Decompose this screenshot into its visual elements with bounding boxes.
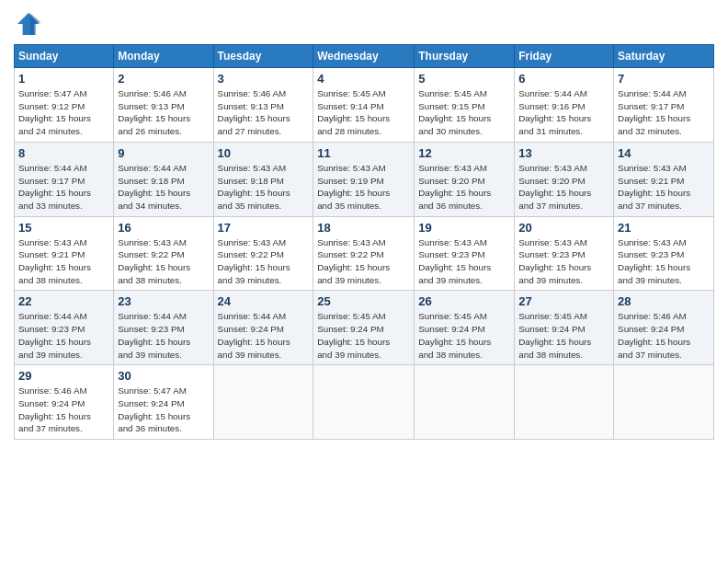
day-info: Sunrise: 5:44 AMSunset: 9:17 PMDaylight:… [18, 162, 109, 213]
day-number: 11 [317, 146, 410, 160]
day-number: 17 [218, 221, 310, 235]
day-number: 2 [118, 72, 209, 86]
calendar-cell: 25Sunrise: 5:45 AMSunset: 9:24 PMDayligh… [313, 291, 415, 365]
day-info: Sunrise: 5:44 AMSunset: 9:24 PMDaylight:… [218, 310, 310, 361]
day-info: Sunrise: 5:46 AMSunset: 9:13 PMDaylight:… [218, 87, 310, 138]
day-info: Sunrise: 5:45 AMSunset: 9:15 PMDaylight:… [418, 87, 510, 138]
day-number: 27 [518, 294, 609, 308]
day-info: Sunrise: 5:43 AMSunset: 9:22 PMDaylight:… [317, 236, 410, 287]
page: SundayMondayTuesdayWednesdayThursdayFrid… [0, 0, 728, 563]
calendar-cell: 8Sunrise: 5:44 AMSunset: 9:17 PMDaylight… [15, 142, 114, 216]
day-info: Sunrise: 5:46 AMSunset: 9:24 PMDaylight:… [618, 310, 710, 361]
day-number: 28 [618, 294, 710, 308]
day-number: 5 [418, 72, 510, 86]
weekday-header-monday: Monday [114, 45, 213, 68]
day-info: Sunrise: 5:44 AMSunset: 9:16 PMDaylight:… [518, 87, 609, 138]
header [14, 9, 714, 39]
day-number: 24 [218, 294, 310, 308]
day-info: Sunrise: 5:43 AMSunset: 9:22 PMDaylight:… [218, 236, 310, 287]
day-info: Sunrise: 5:45 AMSunset: 9:24 PMDaylight:… [317, 310, 410, 361]
day-number: 13 [518, 146, 609, 160]
calendar-cell [313, 365, 415, 440]
day-info: Sunrise: 5:46 AMSunset: 9:13 PMDaylight:… [118, 87, 209, 138]
day-info: Sunrise: 5:43 AMSunset: 9:21 PMDaylight:… [18, 236, 109, 287]
day-number: 8 [18, 146, 109, 160]
calendar-cell: 7Sunrise: 5:44 AMSunset: 9:17 PMDaylight… [614, 68, 714, 143]
day-number: 26 [418, 294, 510, 308]
day-info: Sunrise: 5:43 AMSunset: 9:23 PMDaylight:… [518, 236, 609, 287]
day-number: 19 [418, 221, 510, 235]
calendar-week-1: 1Sunrise: 5:47 AMSunset: 9:12 PMDaylight… [15, 68, 714, 143]
day-info: Sunrise: 5:43 AMSunset: 9:20 PMDaylight:… [418, 162, 510, 213]
weekday-header-saturday: Saturday [614, 45, 714, 68]
day-number: 3 [218, 72, 310, 86]
calendar-cell: 22Sunrise: 5:44 AMSunset: 9:23 PMDayligh… [15, 291, 114, 365]
weekday-header-sunday: Sunday [15, 45, 114, 68]
day-number: 10 [218, 146, 310, 160]
day-number: 4 [317, 72, 410, 86]
day-info: Sunrise: 5:43 AMSunset: 9:22 PMDaylight:… [118, 236, 209, 287]
day-number: 29 [18, 369, 109, 383]
calendar-cell: 13Sunrise: 5:43 AMSunset: 9:20 PMDayligh… [515, 142, 614, 216]
day-number: 22 [18, 294, 109, 308]
calendar-week-4: 22Sunrise: 5:44 AMSunset: 9:23 PMDayligh… [15, 291, 714, 365]
day-info: Sunrise: 5:44 AMSunset: 9:23 PMDaylight:… [18, 310, 109, 361]
calendar-cell: 27Sunrise: 5:45 AMSunset: 9:24 PMDayligh… [515, 291, 614, 365]
day-info: Sunrise: 5:45 AMSunset: 9:24 PMDaylight:… [418, 310, 510, 361]
calendar-cell: 21Sunrise: 5:43 AMSunset: 9:23 PMDayligh… [614, 216, 714, 291]
day-info: Sunrise: 5:43 AMSunset: 9:19 PMDaylight:… [317, 162, 410, 213]
calendar-cell: 3Sunrise: 5:46 AMSunset: 9:13 PMDaylight… [213, 68, 313, 143]
day-info: Sunrise: 5:43 AMSunset: 9:23 PMDaylight:… [418, 236, 510, 287]
calendar-cell: 4Sunrise: 5:45 AMSunset: 9:14 PMDaylight… [313, 68, 415, 143]
calendar-cell: 2Sunrise: 5:46 AMSunset: 9:13 PMDaylight… [114, 68, 213, 143]
day-number: 14 [618, 146, 710, 160]
day-number: 21 [618, 221, 710, 235]
calendar-cell: 19Sunrise: 5:43 AMSunset: 9:23 PMDayligh… [415, 216, 515, 291]
day-info: Sunrise: 5:43 AMSunset: 9:23 PMDaylight:… [618, 236, 710, 287]
calendar-cell [415, 365, 515, 440]
calendar-cell: 10Sunrise: 5:43 AMSunset: 9:18 PMDayligh… [213, 142, 313, 216]
calendar-cell: 11Sunrise: 5:43 AMSunset: 9:19 PMDayligh… [313, 142, 415, 216]
day-number: 12 [418, 146, 510, 160]
day-info: Sunrise: 5:44 AMSunset: 9:18 PMDaylight:… [118, 162, 209, 213]
svg-marker-0 [17, 13, 40, 35]
day-number: 18 [317, 221, 410, 235]
day-number: 1 [18, 72, 109, 86]
day-info: Sunrise: 5:44 AMSunset: 9:17 PMDaylight:… [618, 87, 710, 138]
calendar-cell: 24Sunrise: 5:44 AMSunset: 9:24 PMDayligh… [213, 291, 313, 365]
day-number: 16 [118, 221, 209, 235]
calendar-cell: 28Sunrise: 5:46 AMSunset: 9:24 PMDayligh… [614, 291, 714, 365]
calendar-cell: 5Sunrise: 5:45 AMSunset: 9:15 PMDaylight… [415, 68, 515, 143]
day-info: Sunrise: 5:44 AMSunset: 9:23 PMDaylight:… [118, 310, 209, 361]
calendar-week-5: 29Sunrise: 5:46 AMSunset: 9:24 PMDayligh… [15, 365, 714, 440]
day-info: Sunrise: 5:45 AMSunset: 9:24 PMDaylight:… [518, 310, 609, 361]
calendar-week-2: 8Sunrise: 5:44 AMSunset: 9:17 PMDaylight… [15, 142, 714, 216]
weekday-header-thursday: Thursday [415, 45, 515, 68]
logo [14, 9, 47, 39]
day-number: 6 [518, 72, 609, 86]
calendar-cell: 26Sunrise: 5:45 AMSunset: 9:24 PMDayligh… [415, 291, 515, 365]
day-info: Sunrise: 5:43 AMSunset: 9:20 PMDaylight:… [518, 162, 609, 213]
logo-icon [14, 9, 43, 39]
day-number: 25 [317, 294, 410, 308]
day-info: Sunrise: 5:45 AMSunset: 9:14 PMDaylight:… [317, 87, 410, 138]
calendar-cell: 1Sunrise: 5:47 AMSunset: 9:12 PMDaylight… [15, 68, 114, 143]
weekday-header-wednesday: Wednesday [313, 45, 415, 68]
calendar-cell: 18Sunrise: 5:43 AMSunset: 9:22 PMDayligh… [313, 216, 415, 291]
calendar-cell [213, 365, 313, 440]
calendar-cell: 9Sunrise: 5:44 AMSunset: 9:18 PMDaylight… [114, 142, 213, 216]
calendar-cell: 30Sunrise: 5:47 AMSunset: 9:24 PMDayligh… [114, 365, 213, 440]
calendar-week-3: 15Sunrise: 5:43 AMSunset: 9:21 PMDayligh… [15, 216, 714, 291]
calendar-cell: 6Sunrise: 5:44 AMSunset: 9:16 PMDaylight… [515, 68, 614, 143]
calendar-table: SundayMondayTuesdayWednesdayThursdayFrid… [14, 44, 714, 440]
day-number: 20 [518, 221, 609, 235]
day-info: Sunrise: 5:47 AMSunset: 9:24 PMDaylight:… [118, 385, 209, 435]
calendar-cell: 20Sunrise: 5:43 AMSunset: 9:23 PMDayligh… [515, 216, 614, 291]
calendar-cell: 12Sunrise: 5:43 AMSunset: 9:20 PMDayligh… [415, 142, 515, 216]
calendar-cell [614, 365, 714, 440]
day-number: 23 [118, 294, 209, 308]
day-number: 7 [618, 72, 710, 86]
day-number: 9 [118, 146, 209, 160]
calendar-cell: 23Sunrise: 5:44 AMSunset: 9:23 PMDayligh… [114, 291, 213, 365]
calendar-cell: 14Sunrise: 5:43 AMSunset: 9:21 PMDayligh… [614, 142, 714, 216]
